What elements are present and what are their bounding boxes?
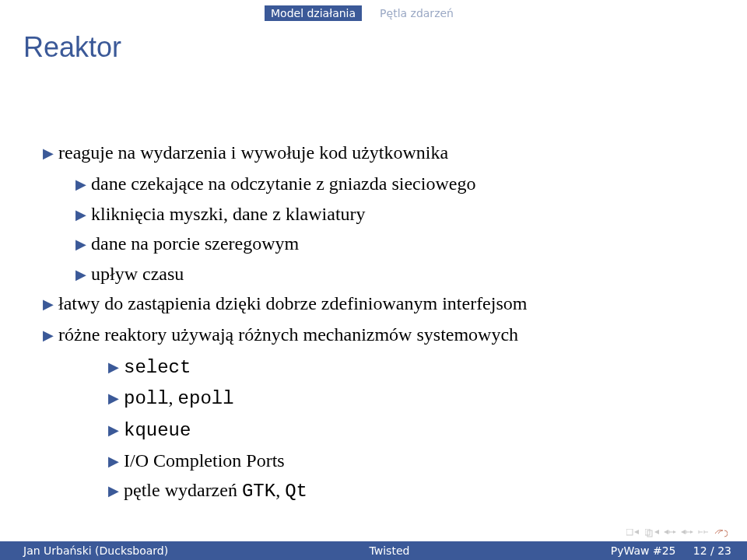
svg-marker-8 xyxy=(673,530,676,534)
footer-right: PyWaw #25 12 / 23 xyxy=(611,544,731,557)
bullet-3-2: ▶poll, epoll xyxy=(108,383,716,414)
bullet-1-2: ▶kliknięcia myszki, dane z klawiatury xyxy=(75,199,716,229)
triangle-icon: ▶ xyxy=(75,204,91,226)
bullet-code: poll xyxy=(124,388,169,409)
bullet-code: GTK xyxy=(242,481,275,502)
svg-marker-9 xyxy=(681,530,686,534)
nav-prev-icon[interactable] xyxy=(664,529,676,538)
footer-talk: Twisted xyxy=(168,544,611,557)
bullet-code: select xyxy=(124,357,191,378)
triangle-icon: ▶ xyxy=(75,233,91,256)
nav-prev-section-icon[interactable] xyxy=(645,529,659,538)
triangle-icon: ▶ xyxy=(43,324,58,347)
bullet-text: reaguje na wydarzenia i wywołuje kod uży… xyxy=(58,142,448,163)
slide-title: Reaktor xyxy=(23,31,121,64)
footer-author: Jan Urbański (Ducksboard) xyxy=(23,544,168,557)
footer-bar: Jan Urbański (Ducksboard) Twisted PyWaw … xyxy=(0,541,747,560)
tab-subsection[interactable]: Pętla zdarzeń xyxy=(374,5,460,21)
slide-content: ▶reaguje na wydarzenia i wywołuje kod uż… xyxy=(43,138,716,507)
tab-section[interactable]: Model działania xyxy=(265,5,362,21)
triangle-icon: ▶ xyxy=(108,356,124,379)
bullet-text: upływ czasu xyxy=(91,264,184,284)
svg-marker-1 xyxy=(634,530,639,534)
triangle-icon: ▶ xyxy=(108,387,124,410)
bullet-1-1: ▶dane czekające na odczytanie z gniazda … xyxy=(75,169,716,198)
svg-rect-0 xyxy=(626,529,633,535)
bullet-3-3: ▶kqueue xyxy=(108,415,716,446)
bullet-1-3: ▶dane na porcie szeregowym xyxy=(75,229,716,258)
triangle-icon: ▶ xyxy=(108,450,124,473)
svg-marker-5 xyxy=(664,530,668,534)
bullet-text: łatwy do zastąpienia dzięki dobrze zdefi… xyxy=(58,293,527,313)
bullet-1: ▶reaguje na wydarzenia i wywołuje kod uż… xyxy=(43,138,716,167)
footer-event: PyWaw #25 xyxy=(611,544,676,557)
bullet-text: różne reaktory używają różnych mechanizm… xyxy=(58,324,518,345)
triangle-icon: ▶ xyxy=(43,293,58,316)
footer-page-current: 12 xyxy=(693,544,707,557)
triangle-icon: ▶ xyxy=(75,264,91,286)
triangle-icon: ▶ xyxy=(75,173,91,196)
nav-back-icon[interactable] xyxy=(714,529,728,538)
triangle-icon: ▶ xyxy=(43,142,58,165)
bullet-text: kliknięcia myszki, dane z klawiatury xyxy=(91,204,366,224)
bullet-text: I/O Completion Ports xyxy=(124,450,285,471)
bullet-text: pętle wydarzeń xyxy=(124,480,242,500)
svg-marker-4 xyxy=(654,530,659,534)
bullet-3: ▶różne reaktory używają różnych mechaniz… xyxy=(43,320,716,349)
header-tabs: Model działania Pętla zdarzeń xyxy=(265,5,460,21)
svg-marker-12 xyxy=(690,530,693,534)
bullet-2: ▶łatwy do zastąpienia dzięki dobrze zdef… xyxy=(43,289,716,318)
triangle-icon: ▶ xyxy=(108,419,124,442)
bullet-text: dane na porcie szeregowym xyxy=(91,233,299,254)
bullet-text: dane czekające na odczytanie z gniazda s… xyxy=(91,173,475,194)
bullet-3-5: ▶pętle wydarzeń GTK, Qt xyxy=(108,475,716,506)
bullet-code: kqueue xyxy=(124,420,191,441)
footer-page-total: 23 xyxy=(717,544,731,557)
nav-next-icon[interactable] xyxy=(681,529,693,538)
bullet-3-1: ▶select xyxy=(108,352,716,383)
bullet-code: epoll xyxy=(178,388,234,409)
triangle-icon: ▶ xyxy=(108,480,124,502)
nav-last-icon[interactable] xyxy=(698,529,709,538)
bullet-3-4: ▶I/O Completion Ports xyxy=(108,446,716,475)
nav-icons xyxy=(626,529,728,538)
nav-first-icon[interactable] xyxy=(626,529,640,538)
bullet-code: Qt xyxy=(285,481,307,502)
bullet-1-4: ▶upływ czasu xyxy=(75,259,716,289)
footer-page-sep: / xyxy=(707,544,718,557)
